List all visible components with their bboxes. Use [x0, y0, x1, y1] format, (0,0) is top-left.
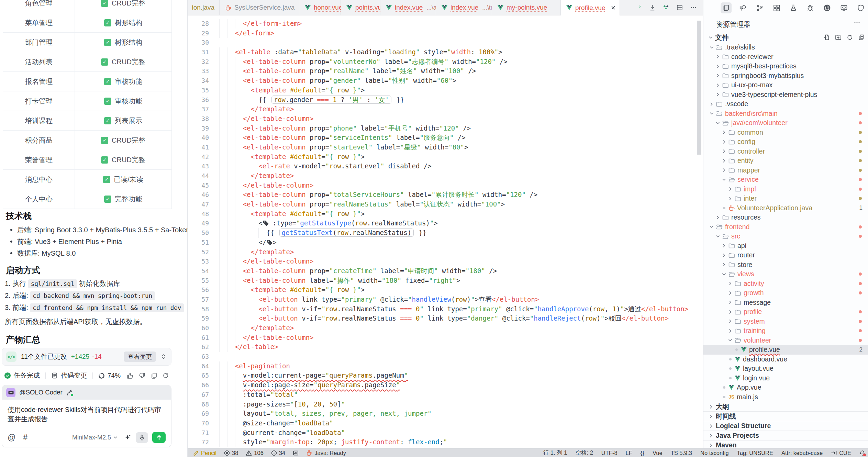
tree-item-mysql8-best-practices[interactable]: mysql8-best-practices [703, 62, 868, 71]
tree-item--vscode[interactable]: .vscode [703, 99, 868, 109]
tree-item-entity[interactable]: entity [703, 156, 868, 166]
debug-bug-icon[interactable] [805, 2, 816, 13]
tree-item-App-vue[interactable]: App.vue [703, 383, 868, 392]
new-file-icon[interactable] [824, 34, 830, 41]
scroll-to-bottom-icon[interactable] [649, 4, 656, 11]
tree-item-growth[interactable]: growth [703, 288, 868, 298]
section-Logical-Structure[interactable]: Logical Structure [703, 421, 868, 431]
tag-style[interactable]: Tag: UNSURE [737, 450, 773, 456]
tree-item-service[interactable]: service [703, 175, 868, 185]
tree-item-vue3-typescript-element-plus[interactable]: vue3-typescript-element-plus [703, 90, 868, 100]
mention-button[interactable]: @ [8, 433, 15, 442]
tree-item-ui-ux-pro-max[interactable]: ui-ux-pro-max [703, 80, 868, 90]
source-control-icon[interactable] [754, 2, 765, 13]
mic-button[interactable] [136, 432, 148, 443]
thumbs-down-button[interactable] [138, 371, 146, 380]
indentation[interactable]: 空格: 2 [575, 449, 593, 457]
explorer-more-icon[interactable] [854, 19, 860, 26]
more-actions-icon[interactable] [690, 4, 697, 11]
section-Java-Projects[interactable]: Java Projects [703, 431, 868, 440]
spring-boot-icon[interactable] [822, 2, 833, 13]
extensions-icon[interactable] [771, 2, 782, 13]
warning-count[interactable]: 106 [246, 450, 264, 456]
error-count[interactable]: 38 [224, 450, 238, 456]
editor-tab-profile-vue[interactable]: profile.vue [561, 0, 620, 15]
test-flask-icon[interactable] [788, 2, 799, 13]
tree-item--trae-skills[interactable]: .trae\skills [703, 43, 868, 52]
tree-item-router[interactable]: router [703, 250, 868, 260]
tree-item-api[interactable]: api [703, 241, 868, 251]
tree-item-resources[interactable]: resources [703, 213, 868, 222]
section--[interactable]: 时间线 [703, 411, 868, 421]
chat-composer[interactable]: @SOLO Coder 使用code-reviewer Skills对当前项目代… [2, 385, 171, 447]
tsconfig-status[interactable]: No tsconfig [700, 450, 729, 456]
tree-item-system[interactable]: system [703, 317, 868, 326]
tree-item-message[interactable]: message [703, 298, 868, 308]
code-change-label[interactable]: 代码变更 [61, 371, 87, 380]
view-changes-button[interactable]: 查看变更 [124, 352, 156, 362]
tree-item-common[interactable]: common [703, 128, 868, 137]
code-editor[interactable]: 28 </el-form-item>29 </el-form>3031 <el-… [188, 15, 703, 448]
refresh-explorer-icon[interactable] [846, 34, 853, 41]
shield-icon[interactable] [855, 2, 866, 13]
tree-item-backend-src-main[interactable]: backend\src\main [703, 109, 868, 119]
typescript-version[interactable]: TS 5.9.3 [671, 450, 692, 456]
tree-item-store[interactable]: store [703, 260, 868, 270]
eol[interactable]: LF [626, 450, 632, 456]
editor-tab-honor-vue[interactable]: honor.vue [299, 0, 341, 15]
language-braces[interactable]: {} [641, 450, 644, 456]
thumbs-up-button[interactable] [126, 371, 134, 380]
tree-item-code-reviewer[interactable]: code-reviewer [703, 52, 868, 62]
editor-tab-points-vue[interactable]: points.vue [341, 0, 380, 15]
cue-toggle[interactable]: CUE [831, 450, 851, 456]
split-editor-icon[interactable] [676, 4, 683, 11]
expand-collapse-icon[interactable] [160, 353, 167, 360]
files-section-header[interactable]: 文件 [708, 32, 865, 43]
notifications[interactable] [859, 450, 865, 456]
editor-tab-my-points-vue[interactable]: my-points.vue [492, 0, 561, 15]
tree-item-src[interactable]: src [703, 232, 868, 241]
language-mode[interactable]: Vue [653, 450, 663, 456]
copy-button[interactable] [150, 371, 158, 380]
tree-item-login-vue[interactable]: login.vue [703, 374, 868, 383]
close-icon[interactable] [611, 5, 616, 10]
attr-style[interactable]: Attr: kebab-case [781, 450, 823, 456]
java-status[interactable]: Java: Ready [306, 450, 346, 456]
section--[interactable]: 大纲 [703, 402, 868, 411]
tree-item-dashboard-vue[interactable]: dashboard.vue [703, 355, 868, 364]
tree-item-inter[interactable]: inter [703, 194, 868, 203]
tree-item-activity[interactable]: activity [703, 279, 868, 289]
tree-item-layout-vue[interactable]: layout.vue [703, 364, 868, 374]
editor-scrollbar[interactable] [697, 21, 701, 155]
tree-item-profile-vue[interactable]: profile.vue2 [703, 345, 868, 355]
enhance-prompt-button[interactable] [124, 434, 131, 441]
tree-item-impl[interactable]: impl [703, 185, 868, 194]
new-folder-icon[interactable] [835, 34, 842, 41]
editor-tab-index-vue[interactable]: index.vue...\activity [380, 0, 436, 15]
tree-item-java-com-volunteer[interactable]: java\com\volunteer [703, 118, 868, 128]
composer-input[interactable]: 使用code-reviewer Skills对当前项目代码进行代码审查并生成报告 [2, 400, 171, 424]
context-button[interactable]: # [23, 433, 27, 442]
tree-item-frontend[interactable]: frontend [703, 222, 868, 232]
tree-item-main-js[interactable]: JSmain.js [703, 392, 868, 402]
tree-item-views[interactable]: views [703, 269, 868, 279]
tree-item-mapper[interactable]: mapper [703, 166, 868, 175]
editor-tab-ion-java[interactable]: ion.java [188, 0, 220, 15]
tree-item-springboot3-mybatisplus[interactable]: springboot3-mybatisplus [703, 71, 868, 81]
tree-item-controller[interactable]: controller [703, 147, 868, 156]
editor-tab-SysUserService-java[interactable]: SysUserService.java [220, 0, 299, 15]
cursor-position[interactable]: 行 1, 列 1 [543, 449, 567, 457]
search-icon[interactable] [737, 2, 748, 13]
tree-item-config[interactable]: config [703, 137, 868, 147]
regenerate-button[interactable] [162, 371, 170, 380]
tree-item-volunteer[interactable]: volunteer [703, 336, 868, 345]
tree-item-training[interactable]: training [703, 326, 868, 336]
remote-screen-icon[interactable] [838, 2, 849, 13]
tree-item-VolunteerApplication-java[interactable]: VolunteerApplication.java1 [703, 203, 868, 213]
info-count[interactable]: 34 [271, 450, 285, 456]
editor-tab-index-vue[interactable]: index.vue...\training [436, 0, 492, 15]
send-button[interactable] [152, 432, 166, 443]
model-selector[interactable]: MiniMax-M2.5 [72, 434, 118, 441]
encoding[interactable]: UTF-8 [601, 450, 617, 456]
files-icon[interactable] [721, 2, 732, 13]
